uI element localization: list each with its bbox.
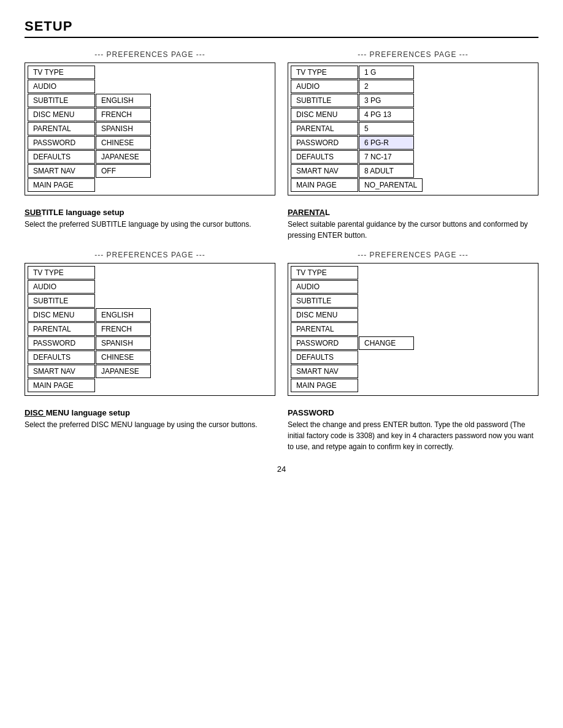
table-row: DEFAULTS JAPANESE — [28, 150, 272, 164]
table-row: MAIN PAGE — [291, 379, 535, 392]
bottom-right-pref-label: --- PREFERENCES PAGE --- — [288, 251, 538, 259]
bottom-right-col: --- PREFERENCES PAGE --- TV TYPE AUDIO S… — [288, 251, 538, 396]
subtitle-item: SUBTITLE — [291, 94, 358, 107]
subtitle-item: SUBTITLE — [28, 294, 95, 308]
parental-desc-text: Select suitable parental guidance by the… — [288, 219, 538, 241]
table-row: DISC MENU FRENCH — [28, 108, 272, 121]
subtitle-item: SUBTITLE — [28, 94, 95, 107]
top-row: --- PREFERENCES PAGE --- TV TYPE AUDIO S… — [25, 50, 538, 195]
table-row: TV TYPE — [28, 266, 272, 279]
disc-menu-desc-title: DISC MENU language setup — [25, 408, 275, 417]
parental-value: 5 — [359, 122, 414, 135]
table-row: TV TYPE — [28, 66, 272, 79]
password-desc-text: Select the change and press ENTER button… — [288, 419, 538, 452]
main-page-item: MAIN PAGE — [28, 178, 95, 192]
audio-value: 2 — [359, 80, 414, 93]
main-page-item: MAIN PAGE — [291, 379, 358, 392]
top-left-pref-box: TV TYPE AUDIO SUBTITLE ENGLISH DISC MENU… — [25, 63, 275, 195]
password-item: PASSWORD — [291, 136, 358, 150]
bottom-desc-row: DISC MENU language setup Select the pref… — [25, 408, 538, 452]
parental-item: PARENTAL — [291, 122, 358, 135]
smart-nav-item: SMART NAV — [291, 365, 358, 378]
disc-menu-item: DISC MENU — [28, 108, 95, 121]
disc-menu-value: FRENCH — [96, 108, 151, 121]
table-row: SMART NAV OFF — [28, 164, 272, 178]
table-row: AUDIO — [28, 80, 272, 93]
defaults-item: DEFAULTS — [28, 150, 95, 164]
top-right-desc: PARENTAL Select suitable parental guidan… — [288, 208, 538, 241]
top-left-pref-label: --- PREFERENCES PAGE --- — [25, 50, 275, 59]
smart-nav-value: OFF — [96, 164, 151, 178]
bottom-right-pref-box: TV TYPE AUDIO SUBTITLE DISC MENU PARENTA… — [288, 263, 538, 396]
table-row: DEFAULTS — [291, 351, 535, 364]
table-row: MAIN PAGE NO_PARENTAL — [291, 178, 535, 192]
table-row: PASSWORD 6 PG-R — [291, 136, 535, 150]
parental-item: PARENTAL — [28, 322, 95, 336]
table-row: MAIN PAGE — [28, 178, 272, 192]
disc-menu-value: 4 PG 13 — [359, 108, 414, 121]
table-row: SMART NAV — [291, 365, 535, 378]
table-row: TV TYPE — [291, 266, 535, 279]
table-row: SUBTITLE — [28, 294, 272, 308]
bottom-left-pref-label: --- PREFERENCES PAGE --- — [25, 251, 275, 259]
main-page-item: MAIN PAGE — [291, 178, 358, 192]
bottom-row: --- PREFERENCES PAGE --- TV TYPE AUDIO S… — [25, 251, 538, 396]
smart-nav-value: JAPANESE — [96, 365, 151, 378]
table-row: AUDIO — [28, 280, 272, 294]
table-row: AUDIO 2 — [291, 80, 535, 93]
page-title: SETUP — [25, 18, 538, 34]
tv-type-item: TV TYPE — [291, 66, 358, 79]
table-row: PASSWORD CHINESE — [28, 136, 272, 150]
table-row: DISC MENU 4 PG 13 — [291, 108, 535, 121]
table-row: AUDIO — [291, 280, 535, 294]
tv-type-value: 1 G — [359, 66, 414, 79]
subtitle-desc-title: SUBTITLE language setup — [25, 208, 275, 217]
defaults-item: DEFAULTS — [291, 351, 358, 364]
password-value: 6 PG-R — [359, 136, 414, 150]
defaults-value: CHINESE — [96, 351, 151, 364]
defaults-value: 7 NC-17 — [359, 150, 414, 164]
change-button[interactable]: CHANGE — [359, 336, 414, 350]
bottom-left-col: --- PREFERENCES PAGE --- TV TYPE AUDIO S… — [25, 251, 275, 396]
table-row: PARENTAL 5 — [291, 122, 535, 135]
bottom-left-desc: DISC MENU language setup Select the pref… — [25, 408, 275, 452]
bottom-right-desc: PASSWORD Select the change and press ENT… — [288, 408, 538, 452]
top-right-pref-box: TV TYPE 1 G AUDIO 2 SUBTITLE 3 PG DISC M… — [288, 63, 538, 195]
parental-desc-title: PARENTAL — [288, 208, 538, 217]
smart-nav-item: SMART NAV — [291, 164, 358, 178]
tv-type-item: TV TYPE — [28, 266, 95, 279]
disc-menu-desc-text: Select the preferred DISC MENU language … — [25, 419, 275, 430]
defaults-item: DEFAULTS — [291, 150, 358, 164]
main-page-value: NO_PARENTAL — [359, 178, 423, 192]
smart-nav-item: SMART NAV — [28, 164, 95, 178]
defaults-value: JAPANESE — [96, 150, 151, 164]
disc-menu-value: ENGLISH — [96, 308, 151, 322]
disc-menu-item: DISC MENU — [28, 308, 95, 322]
title-divider — [25, 37, 538, 38]
subtitle-desc-text: Select the preferred SUBTITLE language b… — [25, 219, 275, 230]
password-value: CHINESE — [96, 136, 151, 150]
subtitle-value: 3 PG — [359, 94, 414, 107]
tv-type-item: TV TYPE — [28, 66, 95, 79]
table-row: DISC MENU — [291, 308, 535, 322]
table-row: PASSWORD CHANGE — [291, 336, 535, 350]
top-right-pref-label: --- PREFERENCES PAGE --- — [288, 50, 538, 59]
password-value: SPANISH — [96, 336, 151, 350]
parental-value: FRENCH — [96, 322, 151, 336]
audio-item: AUDIO — [291, 280, 358, 294]
table-row: SUBTITLE 3 PG — [291, 94, 535, 107]
disc-menu-item: DISC MENU — [291, 108, 358, 121]
main-page-item: MAIN PAGE — [28, 379, 95, 392]
smart-nav-value: 8 ADULT — [359, 164, 414, 178]
audio-item: AUDIO — [28, 280, 95, 294]
top-desc-row: SUBTITLE language setup Select the prefe… — [25, 208, 538, 241]
table-row: PASSWORD SPANISH — [28, 336, 272, 350]
table-row: DISC MENU ENGLISH — [28, 308, 272, 322]
table-row: SMART NAV 8 ADULT — [291, 164, 535, 178]
parental-item: PARENTAL — [291, 322, 358, 336]
defaults-item: DEFAULTS — [28, 351, 95, 364]
password-item: PASSWORD — [28, 136, 95, 150]
password-item: PASSWORD — [28, 336, 95, 350]
audio-item: AUDIO — [28, 80, 95, 93]
smart-nav-item: SMART NAV — [28, 365, 95, 378]
